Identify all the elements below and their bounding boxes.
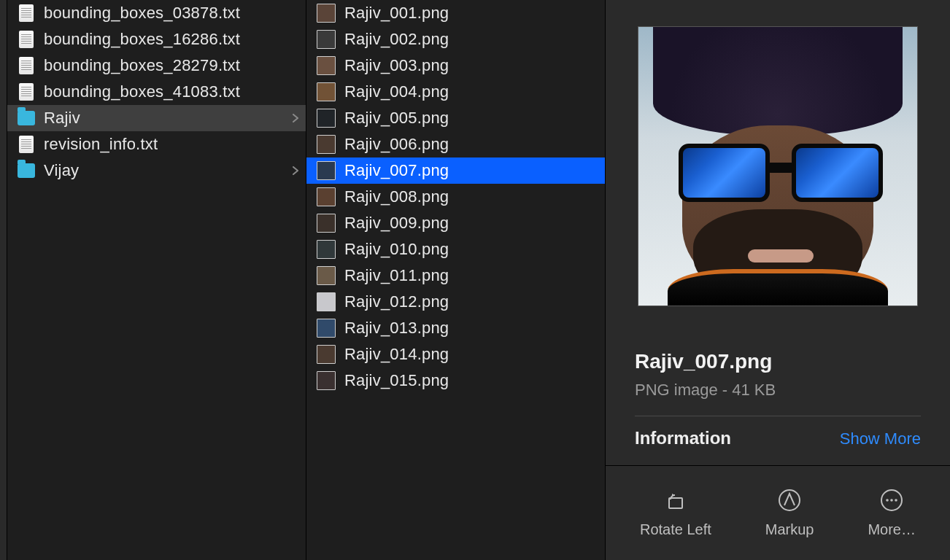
file-row[interactable]: bounding_boxes_16286.txt — [7, 26, 306, 52]
image-file-row[interactable]: Rajiv_001.png — [306, 0, 605, 26]
item-label: Rajiv_010.png — [344, 240, 449, 259]
show-more-link[interactable]: Show More — [840, 429, 921, 448]
svg-point-5 — [895, 499, 897, 502]
image-file-row[interactable]: Rajiv_012.png — [306, 289, 605, 315]
image-thumbnail — [317, 109, 336, 128]
text-file-icon — [18, 4, 35, 22]
image-thumbnail — [317, 4, 336, 23]
more-label: More… — [868, 521, 916, 538]
window-edge — [0, 0, 7, 560]
item-label: Rajiv_002.png — [344, 30, 449, 49]
item-label: Rajiv_007.png — [344, 161, 449, 180]
item-label: Rajiv_004.png — [344, 82, 449, 101]
item-label: Rajiv_008.png — [344, 187, 449, 206]
item-label: Rajiv_014.png — [344, 345, 449, 364]
image-thumbnail — [317, 371, 336, 390]
svg-point-4 — [890, 499, 893, 502]
preview-subtitle: PNG image - 41 KB — [635, 381, 921, 400]
image-file-row[interactable]: Rajiv_006.png — [306, 131, 605, 158]
image-thumbnail — [317, 56, 336, 75]
item-label: Rajiv_015.png — [344, 371, 449, 390]
file-row[interactable]: bounding_boxes_28279.txt — [7, 52, 306, 79]
item-label: Rajiv_012.png — [344, 292, 449, 311]
folder-row[interactable]: Rajiv — [7, 105, 306, 131]
file-row[interactable]: bounding_boxes_03878.txt — [7, 0, 306, 26]
markup-icon — [777, 488, 802, 513]
item-label: Vijay — [44, 161, 79, 180]
text-file-icon — [18, 57, 35, 74]
svg-point-3 — [886, 499, 889, 502]
item-label: bounding_boxes_16286.txt — [44, 30, 240, 49]
image-file-row[interactable]: Rajiv_009.png — [306, 210, 605, 236]
information-heading: Information — [635, 428, 731, 448]
item-label: bounding_boxes_03878.txt — [44, 4, 240, 23]
item-label: Rajiv_006.png — [344, 135, 449, 154]
folder-icon — [18, 109, 35, 127]
image-thumbnail — [317, 345, 336, 364]
preview-pane: Rajiv_007.png PNG image - 41 KB Informat… — [606, 0, 950, 560]
image-thumbnail — [317, 135, 336, 154]
folder-row[interactable]: Vijay — [7, 158, 306, 184]
rotate-left-icon — [663, 488, 688, 513]
image-thumbnail — [317, 30, 336, 49]
markup-label: Markup — [765, 521, 814, 538]
finder-column-folder: Rajiv_001.pngRajiv_002.pngRajiv_003.pngR… — [306, 0, 606, 560]
item-label: Rajiv_009.png — [344, 214, 449, 233]
text-file-icon — [18, 83, 35, 101]
image-thumbnail — [317, 292, 336, 311]
folder-icon — [18, 162, 35, 179]
image-thumbnail — [317, 266, 336, 285]
text-file-icon — [18, 136, 35, 153]
image-file-row[interactable]: Rajiv_002.png — [306, 26, 605, 52]
item-label: Rajiv — [44, 109, 80, 128]
rotate-left-button[interactable]: Rotate Left — [640, 488, 711, 538]
image-thumbnail — [317, 82, 336, 101]
chevron-right-icon — [293, 166, 298, 175]
item-label: Rajiv_011.png — [344, 266, 449, 285]
file-row[interactable]: revision_info.txt — [7, 131, 306, 158]
file-row[interactable]: bounding_boxes_41083.txt — [7, 79, 306, 105]
quick-actions-bar: Rotate Left Markup — [606, 465, 950, 560]
image-file-row[interactable]: Rajiv_014.png — [306, 341, 605, 368]
finder-column-parent: bounding_boxes_03878.txtbounding_boxes_1… — [7, 0, 306, 560]
preview-filename: Rajiv_007.png — [635, 350, 921, 373]
image-file-row[interactable]: Rajiv_010.png — [306, 236, 605, 262]
image-file-row[interactable]: Rajiv_015.png — [306, 368, 605, 394]
markup-button[interactable]: Markup — [765, 488, 814, 538]
image-file-row[interactable]: Rajiv_005.png — [306, 105, 605, 131]
item-label: bounding_boxes_28279.txt — [44, 56, 240, 75]
image-thumbnail — [317, 319, 336, 338]
more-icon — [879, 488, 904, 513]
text-file-icon — [18, 31, 35, 48]
image-thumbnail — [317, 161, 336, 180]
image-file-row[interactable]: Rajiv_004.png — [306, 79, 605, 105]
more-button[interactable]: More… — [868, 488, 916, 538]
item-label: bounding_boxes_41083.txt — [44, 82, 240, 101]
item-label: Rajiv_003.png — [344, 56, 449, 75]
image-file-row[interactable]: Rajiv_008.png — [306, 184, 605, 210]
item-label: Rajiv_013.png — [344, 319, 449, 338]
item-label: Rajiv_005.png — [344, 109, 449, 128]
image-file-row[interactable]: Rajiv_007.png — [306, 158, 605, 184]
image-file-row[interactable]: Rajiv_011.png — [306, 262, 605, 289]
image-thumbnail — [317, 240, 336, 259]
rotate-left-label: Rotate Left — [640, 521, 711, 538]
image-thumbnail — [317, 187, 336, 206]
item-label: revision_info.txt — [44, 135, 158, 154]
image-thumbnail — [317, 214, 336, 233]
image-file-row[interactable]: Rajiv_003.png — [306, 52, 605, 79]
svg-rect-0 — [669, 498, 682, 508]
preview-image[interactable] — [638, 26, 918, 306]
image-file-row[interactable]: Rajiv_013.png — [306, 315, 605, 341]
chevron-right-icon — [293, 114, 298, 122]
item-label: Rajiv_001.png — [344, 4, 449, 23]
